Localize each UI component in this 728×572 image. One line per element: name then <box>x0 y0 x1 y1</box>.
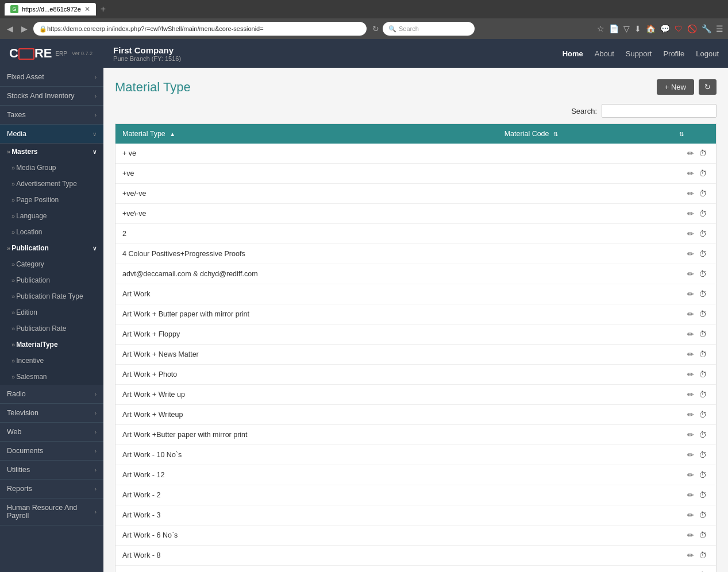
history-button[interactable]: ⏱ <box>696 489 709 501</box>
edit-button[interactable]: ✏ <box>685 228 696 239</box>
edit-button[interactable]: ✏ <box>685 349 696 360</box>
nav-support[interactable]: Support <box>626 49 652 58</box>
history-button[interactable]: ⏱ <box>696 328 709 340</box>
menu-icon[interactable]: ☰ <box>716 24 723 33</box>
edit-button[interactable]: ✏ <box>685 308 696 320</box>
sub-item-pub-rate-type[interactable]: Publication Rate Type <box>0 288 103 304</box>
history-button[interactable]: ⏱ <box>696 208 709 219</box>
sub-item-edition[interactable]: Edition <box>0 304 103 320</box>
history-button[interactable]: ⏱ <box>696 509 709 521</box>
sub-item-publication-section[interactable]: Publication ∨ <box>0 240 103 256</box>
edit-button[interactable]: ✏ <box>685 188 696 199</box>
sub-item-page-position[interactable]: Page Position <box>0 192 103 208</box>
history-button[interactable]: ⏱ <box>696 449 709 461</box>
sidebar-item-radio[interactable]: Radio › <box>0 385 103 404</box>
nav-logout[interactable]: Logout <box>696 49 719 58</box>
edit-button[interactable]: ✏ <box>685 389 696 400</box>
history-button[interactable]: ⏱ <box>696 288 709 300</box>
home-icon[interactable]: 🏠 <box>646 24 656 33</box>
sidebar-item-media[interactable]: Media ∨ <box>0 125 103 144</box>
sidebar-item-hr-payroll[interactable]: Human Resource And Payroll › <box>0 498 103 525</box>
edit-button[interactable]: ✏ <box>685 489 696 501</box>
edit-button[interactable]: ✏ <box>685 369 696 380</box>
edit-button[interactable]: ✏ <box>685 550 696 561</box>
sub-item-pub-rate[interactable]: Publication Rate <box>0 320 103 337</box>
reload-button[interactable]: ↻ <box>372 24 379 33</box>
sidebar-item-fixed-asset[interactable]: Fixed Asset › <box>0 68 103 87</box>
history-button[interactable]: ⏱ <box>696 530 709 541</box>
sub-item-language[interactable]: Language <box>0 208 103 224</box>
sub-item-advertisement-type[interactable]: Advertisement Type <box>0 176 103 192</box>
browser-tab[interactable]: G https://d...e861c972e ✕ <box>5 3 96 16</box>
history-button[interactable]: ⏱ <box>696 570 709 572</box>
edit-button[interactable]: ✏ <box>685 429 696 440</box>
history-button[interactable]: ⏱ <box>696 369 709 380</box>
sidebar-item-utilities[interactable]: Utilities › <box>0 461 103 480</box>
edit-button[interactable]: ✏ <box>685 570 696 572</box>
extensions-icon[interactable]: 🔧 <box>702 24 711 33</box>
sub-item-publication[interactable]: Publication <box>0 272 103 288</box>
history-button[interactable]: ⏱ <box>696 469 709 481</box>
new-tab-button[interactable]: + <box>101 4 106 14</box>
sidebar-item-reports[interactable]: Reports › <box>0 480 103 498</box>
shield-icon[interactable]: 🛡 <box>675 24 683 33</box>
sidebar-item-web[interactable]: Web › <box>0 423 103 442</box>
edit-button[interactable]: ✏ <box>685 208 696 219</box>
history-button[interactable]: ⏱ <box>696 268 709 280</box>
col-material-type[interactable]: Material Type ▲ <box>115 124 498 144</box>
col-material-code[interactable]: Material Code ⇅ <box>498 124 670 144</box>
browser-search-box[interactable]: 🔍 Search <box>383 22 475 36</box>
download-icon[interactable]: ⬇ <box>634 24 641 33</box>
pocket-icon[interactable]: ▽ <box>623 24 630 33</box>
nav-about[interactable]: About <box>595 49 614 58</box>
history-button[interactable]: ⏱ <box>696 429 709 440</box>
forward-button[interactable]: ▶ <box>19 23 30 34</box>
sidebar-item-documents[interactable]: Documents › <box>0 442 103 461</box>
edit-button[interactable]: ✏ <box>685 328 696 340</box>
sub-item-salesman[interactable]: Salesman <box>0 369 103 385</box>
reader-icon[interactable]: 📄 <box>609 24 619 33</box>
new-button[interactable]: + New <box>657 79 694 95</box>
edit-button[interactable]: ✏ <box>685 469 696 481</box>
edit-button[interactable]: ✏ <box>685 248 696 260</box>
history-button[interactable]: ⏱ <box>696 228 709 239</box>
star-icon[interactable]: ☆ <box>597 24 604 33</box>
edit-button[interactable]: ✏ <box>685 268 696 280</box>
edit-button[interactable]: ✏ <box>685 288 696 300</box>
history-button[interactable]: ⏱ <box>696 188 709 199</box>
edit-button[interactable]: ✏ <box>685 168 696 179</box>
sub-item-category[interactable]: Category <box>0 256 103 272</box>
history-button[interactable]: ⏱ <box>696 148 709 159</box>
block-icon[interactable]: 🚫 <box>687 24 697 33</box>
edit-button[interactable]: ✏ <box>685 409 696 420</box>
history-button[interactable]: ⏱ <box>696 349 709 360</box>
search-input[interactable] <box>602 104 717 118</box>
sub-item-media-group[interactable]: Media Group <box>0 160 103 176</box>
history-button[interactable]: ⏱ <box>696 248 709 260</box>
sidebar-item-taxes[interactable]: Taxes › <box>0 106 103 125</box>
history-button[interactable]: ⏱ <box>696 409 709 420</box>
url-field[interactable]: 🔒 https://demo.coreerp.in/index.php?r=cw… <box>33 22 367 36</box>
sidebar-item-stocks[interactable]: Stocks And Inventory › <box>0 87 103 106</box>
nav-profile[interactable]: Profile <box>663 49 684 58</box>
sub-item-location[interactable]: Location <box>0 224 103 240</box>
sidebar-item-television[interactable]: Television › <box>0 404 103 423</box>
sub-item-masters[interactable]: Masters ∨ <box>0 144 103 160</box>
history-button[interactable]: ⏱ <box>696 308 709 320</box>
edit-button[interactable]: ✏ <box>685 449 696 461</box>
history-button[interactable]: ⏱ <box>696 389 709 400</box>
nav-home[interactable]: Home <box>563 49 583 58</box>
back-button[interactable]: ◀ <box>5 23 16 34</box>
history-button[interactable]: ⏱ <box>696 550 709 561</box>
edit-button[interactable]: ✏ <box>685 530 696 541</box>
chat-icon[interactable]: 💬 <box>660 24 670 33</box>
refresh-button[interactable]: ↻ <box>699 79 717 95</box>
documents-label: Documents <box>7 447 43 455</box>
sub-item-material-type[interactable]: MaterialType <box>0 337 103 353</box>
tab-close-button[interactable]: ✕ <box>84 5 90 13</box>
history-button[interactable]: ⏱ <box>696 168 709 179</box>
edit-button[interactable]: ✏ <box>685 509 696 521</box>
sub-item-incentive[interactable]: Incentive <box>0 353 103 369</box>
edit-button[interactable]: ✏ <box>685 148 696 159</box>
incentive-label: Incentive <box>16 357 44 365</box>
